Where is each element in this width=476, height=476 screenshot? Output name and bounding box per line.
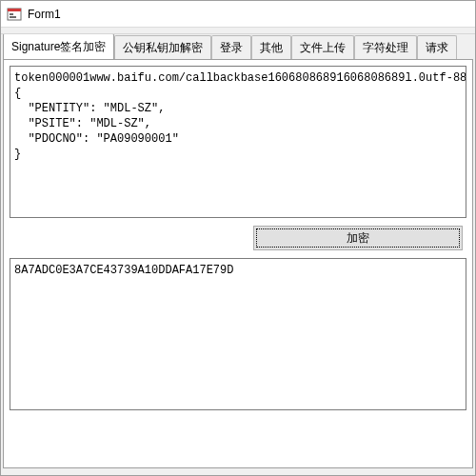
- tab-request[interactable]: 请求: [417, 35, 457, 59]
- window-title: Form1: [28, 8, 61, 21]
- signature-output[interactable]: [10, 258, 466, 410]
- app-window: Form1 Signature签名加密 公钥私钥加解密 登录 其他 文件上传 字…: [0, 0, 476, 476]
- tab-label: 公钥私钥加解密: [123, 41, 203, 54]
- tab-label: 请求: [426, 41, 448, 54]
- tab-label: 文件上传: [300, 41, 346, 54]
- tab-upload[interactable]: 文件上传: [291, 35, 354, 59]
- tab-label: Signature签名加密: [11, 40, 106, 53]
- tab-signature[interactable]: Signature签名加密: [3, 34, 114, 59]
- tab-label: 其他: [260, 41, 283, 54]
- tab-rsa[interactable]: 公钥私钥加解密: [114, 35, 211, 59]
- tab-strip: Signature签名加密 公钥私钥加解密 登录 其他 文件上传 字符处理 请求: [1, 34, 475, 59]
- encrypt-button[interactable]: 加密: [253, 226, 463, 250]
- svg-rect-1: [8, 9, 21, 11]
- button-row: 加密: [10, 226, 466, 250]
- titlebar: Form1: [1, 1, 475, 28]
- toolbar-divider: [1, 28, 475, 34]
- app-icon: [7, 7, 22, 22]
- tab-other[interactable]: 其他: [251, 35, 291, 59]
- signature-input[interactable]: [10, 66, 466, 218]
- tab-label: 登录: [220, 41, 243, 54]
- tab-string[interactable]: 字符处理: [354, 35, 417, 59]
- tab-page-signature: 加密: [3, 59, 473, 468]
- svg-rect-3: [10, 16, 16, 18]
- tab-login[interactable]: 登录: [211, 35, 251, 59]
- tab-label: 字符处理: [363, 41, 408, 54]
- svg-rect-2: [10, 13, 13, 15]
